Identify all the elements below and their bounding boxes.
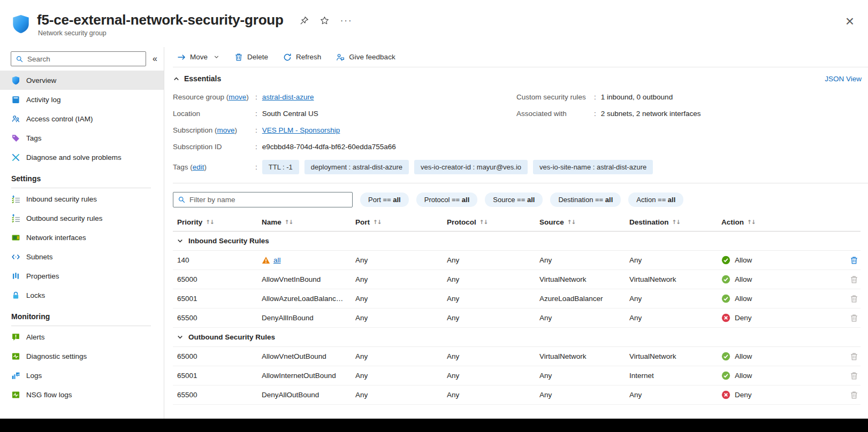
- sidebar-item-label: Tags: [26, 134, 42, 142]
- filter-pill-port[interactable]: Port == all: [360, 192, 409, 207]
- rule-row[interactable]: 65500DenyAllInBoundAnyAnyAnyAnyDeny: [173, 308, 861, 328]
- sidebar-item-label: Outbound security rules: [26, 214, 103, 222]
- column-header-source[interactable]: Source↑↓: [539, 218, 629, 226]
- cell-delete: [837, 275, 861, 284]
- tags-row: Tags (edit):TTL : -1deployment : astral-…: [173, 160, 868, 174]
- edit-tags-link[interactable]: edit: [193, 163, 204, 171]
- delete-rule-icon[interactable]: [850, 314, 858, 322]
- delete-rule-icon[interactable]: [850, 352, 858, 361]
- cell-source: Any: [539, 314, 629, 322]
- column-header-priority[interactable]: Priority↑↓: [173, 218, 262, 226]
- rule-name-link[interactable]: all: [273, 256, 281, 264]
- filter-pill-value: all: [527, 196, 535, 204]
- rule-row[interactable]: 65001AllowInternetOutBoundAnyAnyAnyInter…: [173, 366, 861, 385]
- sidebar-item-logs[interactable]: Logs: [0, 366, 164, 385]
- cell-protocol: Any: [447, 314, 539, 322]
- chevron-down-icon: [177, 237, 184, 244]
- cell-name: DenyAllInBound: [262, 314, 355, 322]
- filter-pill-destination[interactable]: Destination == all: [550, 192, 621, 207]
- sidebar-search-input[interactable]: [27, 55, 141, 63]
- sidebar-item-inbound-security-rules[interactable]: Inbound security rules: [0, 189, 164, 209]
- rule-row[interactable]: 65500DenyAllOutBoundAnyAnyAnyAnyDeny: [173, 385, 861, 405]
- tag-pill[interactable]: deployment : astral-dist-azure: [304, 160, 409, 174]
- page-header: f5-ce-external-network-security-group Ne…: [0, 0, 868, 47]
- more-options-icon[interactable]: ···: [340, 18, 353, 24]
- sidebar-item-properties[interactable]: Properties: [0, 266, 164, 286]
- rule-row[interactable]: 65000AllowVnetInBoundAnyAnyVirtualNetwor…: [173, 270, 861, 289]
- group-outbound-security-rules[interactable]: Outbound Security Rules: [173, 328, 861, 347]
- tag-pill[interactable]: TTL : -1: [262, 160, 299, 174]
- sidebar-item-network-interfaces[interactable]: Network interfaces: [0, 228, 164, 247]
- move-button[interactable]: Move: [177, 53, 219, 61]
- delete-rule-icon[interactable]: [850, 256, 858, 265]
- column-header-port[interactable]: Port↑↓: [355, 218, 447, 226]
- bottom-bar: [0, 419, 868, 432]
- sidebar-item-access-control-iam[interactable]: Access control (IAM): [0, 109, 164, 128]
- sidebar-item-tags[interactable]: Tags: [0, 128, 164, 148]
- deny-icon: [721, 390, 730, 399]
- toolbar-button-label: Refresh: [296, 53, 321, 61]
- rule-name: AllowVnetInBound: [262, 275, 321, 283]
- filter-pill-source[interactable]: Source == all: [485, 192, 543, 207]
- sidebar-item-activity-log[interactable]: Activity log: [0, 90, 164, 109]
- colon: :: [255, 143, 257, 151]
- tag-pill[interactable]: ves-io-creator-id : mayur@ves.io: [414, 160, 528, 174]
- essentials-value: 2 subnets, 2 network interfaces: [601, 110, 701, 118]
- column-header-action[interactable]: Action↑↓: [721, 218, 837, 226]
- delete-rule-icon[interactable]: [850, 372, 858, 380]
- delete-rule-icon[interactable]: [850, 391, 858, 399]
- move-arrow-icon: [177, 53, 186, 61]
- essentials-value: South Central US: [262, 110, 318, 118]
- delete-rule-icon[interactable]: [850, 295, 858, 303]
- sidebar-item-diagnostic-settings[interactable]: Diagnostic settings: [0, 346, 164, 366]
- sidebar-item-overview[interactable]: Overview: [0, 71, 164, 90]
- column-label: Port: [355, 218, 370, 226]
- chevron-down-icon: [214, 54, 219, 60]
- tag-pill[interactable]: ves-io-site-name : astral-dist-azure: [533, 160, 653, 174]
- collapse-essentials-icon[interactable]: [173, 75, 180, 82]
- sidebar-item-label: Logs: [26, 372, 42, 380]
- sidebar-item-alerts[interactable]: Alerts: [0, 327, 164, 346]
- rule-row[interactable]: 65000AllowVnetOutBoundAnyAnyVirtualNetwo…: [173, 347, 861, 366]
- pin-icon[interactable]: [300, 16, 309, 25]
- move-link[interactable]: move: [229, 93, 246, 101]
- favorite-star-icon[interactable]: [320, 16, 329, 25]
- group-inbound-security-rules[interactable]: Inbound Security Rules: [173, 232, 861, 251]
- rules-table-header: Priority↑↓Name↑↓Port↑↓Protocol↑↓Source↑↓…: [173, 213, 861, 232]
- sidebar-item-outbound-security-rules[interactable]: Outbound security rules: [0, 209, 164, 228]
- close-icon[interactable]: ×: [846, 14, 854, 29]
- sidebar-item-locks[interactable]: Locks: [0, 286, 164, 305]
- give-feedback-button[interactable]: Give feedback: [336, 53, 395, 61]
- diagnostic-icon: [11, 352, 20, 361]
- inbound-rules-icon: [11, 195, 20, 204]
- network-interface-icon: [11, 233, 20, 242]
- sidebar-item-diagnose-and-solve-problems[interactable]: Diagnose and solve problems: [0, 148, 164, 167]
- essentials-value-link[interactable]: astral-dist-azure: [262, 93, 314, 101]
- filter-pill-value: all: [462, 196, 469, 204]
- cell-port: Any: [355, 295, 447, 303]
- move-link[interactable]: move: [217, 126, 235, 134]
- action-label: Allow: [735, 352, 752, 360]
- rule-row[interactable]: 65001AllowAzureLoadBalanc…AnyAnyAzureLoa…: [173, 289, 861, 308]
- filter-by-name-input[interactable]: [189, 196, 348, 204]
- column-header-name[interactable]: Name↑↓: [262, 218, 355, 226]
- json-view-link[interactable]: JSON View: [825, 75, 862, 83]
- collapse-sidebar-button[interactable]: «: [153, 54, 157, 64]
- column-header-destination[interactable]: Destination↑↓: [629, 218, 721, 226]
- filter-pill-protocol[interactable]: Protocol == all: [416, 192, 478, 207]
- sidebar-item-nsg-flow-logs[interactable]: NSG flow logs: [0, 385, 164, 404]
- delete-button[interactable]: Delete: [234, 53, 268, 61]
- cell-delete: [837, 352, 861, 361]
- rule-row[interactable]: 140allAnyAnyAnyAnyAllow: [173, 251, 861, 270]
- column-header-protocol[interactable]: Protocol↑↓: [447, 218, 539, 226]
- sidebar-item-label: Overview: [26, 76, 56, 84]
- sidebar-nav: OverviewActivity logAccess control (IAM)…: [0, 71, 164, 404]
- sidebar-section-monitoring: Monitoring: [11, 312, 151, 326]
- filter-pill-action[interactable]: Action == all: [628, 192, 683, 207]
- page-body: « OverviewActivity logAccess control (IA…: [0, 47, 868, 419]
- sidebar-item-subnets[interactable]: Subnets: [0, 247, 164, 266]
- essentials-value-link[interactable]: VES PLM - Sponsorship: [262, 126, 340, 134]
- cell-port: Any: [355, 314, 447, 322]
- refresh-button[interactable]: Refresh: [283, 53, 321, 61]
- delete-rule-icon[interactable]: [850, 275, 858, 284]
